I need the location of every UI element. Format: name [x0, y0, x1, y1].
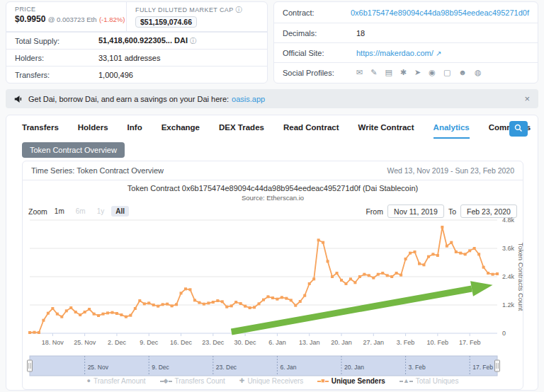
data-point-marker[interactable]	[234, 301, 237, 304]
token-contract-overview-button[interactable]: Token Contract Overview	[22, 142, 125, 158]
data-point-marker[interactable]	[184, 287, 187, 290]
data-point-marker[interactable]	[459, 252, 462, 255]
data-point-marker[interactable]	[386, 274, 389, 277]
data-point-marker[interactable]	[377, 273, 380, 276]
data-point-marker[interactable]	[271, 296, 274, 299]
data-point-marker[interactable]	[327, 260, 329, 263]
data-point-marker[interactable]	[157, 305, 159, 308]
data-point-marker[interactable]	[473, 247, 476, 250]
tab-info[interactable]: Info	[128, 123, 142, 139]
data-point-marker[interactable]	[171, 304, 174, 307]
twitter-icon[interactable]: ➤	[414, 69, 421, 76]
data-point-marker[interactable]	[262, 299, 265, 301]
data-point-marker[interactable]	[331, 275, 334, 278]
data-point-marker[interactable]	[198, 301, 200, 304]
data-point-marker[interactable]	[47, 312, 50, 315]
data-point-marker[interactable]	[239, 302, 242, 305]
data-point-marker[interactable]	[409, 252, 412, 255]
data-point-marker[interactable]	[299, 300, 302, 303]
data-point-marker[interactable]	[492, 273, 494, 276]
data-point-marker[interactable]	[349, 277, 352, 280]
data-point-marker[interactable]	[276, 298, 278, 301]
tab-write-contract[interactable]: Write Contract	[358, 123, 414, 139]
data-point-marker[interactable]	[138, 299, 141, 302]
data-point-marker[interactable]	[193, 299, 196, 301]
data-point-marker[interactable]	[180, 292, 183, 294]
data-point-marker[interactable]	[427, 255, 430, 258]
tab-dex-trades[interactable]: DEX Trades	[219, 123, 264, 139]
data-point-marker[interactable]	[294, 304, 297, 307]
data-point-marker[interactable]	[290, 299, 293, 301]
data-point-marker[interactable]	[441, 226, 443, 229]
data-point-marker[interactable]	[336, 272, 339, 275]
data-point-marker[interactable]	[363, 273, 366, 276]
data-point-marker[interactable]	[188, 288, 191, 291]
legend-unique-receivers[interactable]: ✚Unique Receivers	[239, 377, 303, 385]
data-point-marker[interactable]	[93, 313, 96, 316]
info-icon[interactable]: ⓘ	[235, 6, 242, 13]
data-point-marker[interactable]	[152, 304, 155, 306]
data-point-marker[interactable]	[464, 253, 467, 255]
tab-exchange[interactable]: Exchange	[162, 123, 200, 139]
data-point-marker[interactable]	[404, 258, 407, 260]
legend-transfer-amount[interactable]: ●Transfer Amount	[87, 377, 146, 385]
legend-unique-senders[interactable]: ■Unique Senders	[317, 377, 385, 385]
data-point-marker[interactable]	[253, 306, 256, 309]
reddit-icon[interactable]: ☻	[458, 69, 467, 76]
data-point-marker[interactable]	[175, 303, 178, 306]
tab-transfers[interactable]: Transfers	[22, 123, 59, 139]
data-point-marker[interactable]	[56, 313, 59, 316]
data-point-marker[interactable]	[285, 297, 288, 300]
contract-address-link[interactable]: 0x6b175474e89094c44da98b954eedeac495271d…	[351, 8, 529, 17]
info-icon[interactable]: ⓘ	[190, 37, 197, 45]
data-point-marker[interactable]	[482, 266, 485, 269]
github-icon[interactable]: ◉	[429, 69, 436, 76]
data-point-marker[interactable]	[134, 307, 137, 310]
data-point-marker[interactable]	[303, 294, 306, 297]
data-point-marker[interactable]	[28, 331, 31, 334]
data-point-marker[interactable]	[353, 281, 356, 284]
data-point-marker[interactable]	[203, 303, 205, 306]
data-point-marker[interactable]	[390, 275, 393, 278]
data-point-marker[interactable]	[120, 313, 123, 316]
data-point-marker[interactable]	[317, 238, 320, 241]
data-point-marker[interactable]	[84, 311, 86, 313]
data-point-marker[interactable]	[249, 306, 251, 309]
data-point-marker[interactable]	[468, 249, 471, 252]
tab-analytics[interactable]: Analytics	[434, 123, 470, 139]
data-point-marker[interactable]	[308, 282, 311, 285]
data-point-marker[interactable]	[102, 313, 105, 316]
data-point-marker[interactable]	[395, 272, 398, 275]
data-point-marker[interactable]	[97, 314, 100, 317]
data-point-marker[interactable]	[372, 277, 375, 279]
data-point-marker[interactable]	[88, 308, 91, 311]
email-icon[interactable]: ✉	[356, 69, 363, 76]
data-point-marker[interactable]	[65, 309, 68, 312]
data-point-marker[interactable]	[106, 311, 109, 314]
announcement-link[interactable]: oasis.app	[232, 95, 265, 103]
data-point-marker[interactable]	[312, 277, 315, 280]
data-point-marker[interactable]	[42, 319, 45, 322]
data-point-marker[interactable]	[368, 274, 370, 277]
data-point-marker[interactable]	[69, 306, 72, 309]
data-point-marker[interactable]	[280, 296, 283, 299]
whitepaper-icon[interactable]: ▢	[443, 69, 450, 76]
data-point-marker[interactable]	[450, 241, 453, 244]
data-point-marker[interactable]	[147, 301, 150, 304]
data-point-marker[interactable]	[436, 254, 439, 257]
data-point-marker[interactable]	[115, 312, 118, 315]
data-point-marker[interactable]	[51, 307, 54, 310]
data-point-marker[interactable]	[496, 272, 499, 275]
data-point-marker[interactable]	[340, 279, 343, 282]
coingecko-icon[interactable]: ◍	[475, 69, 482, 76]
data-point-marker[interactable]	[266, 295, 269, 298]
chat-icon[interactable]: ▤	[385, 69, 392, 76]
data-point-marker[interactable]	[487, 272, 489, 275]
data-point-marker[interactable]	[358, 275, 361, 278]
data-point-marker[interactable]	[129, 314, 132, 317]
data-point-marker[interactable]	[344, 282, 347, 285]
data-point-marker[interactable]	[110, 311, 113, 314]
data-point-marker[interactable]	[400, 274, 402, 277]
data-point-marker[interactable]	[244, 305, 246, 308]
data-point-marker[interactable]	[162, 303, 164, 306]
